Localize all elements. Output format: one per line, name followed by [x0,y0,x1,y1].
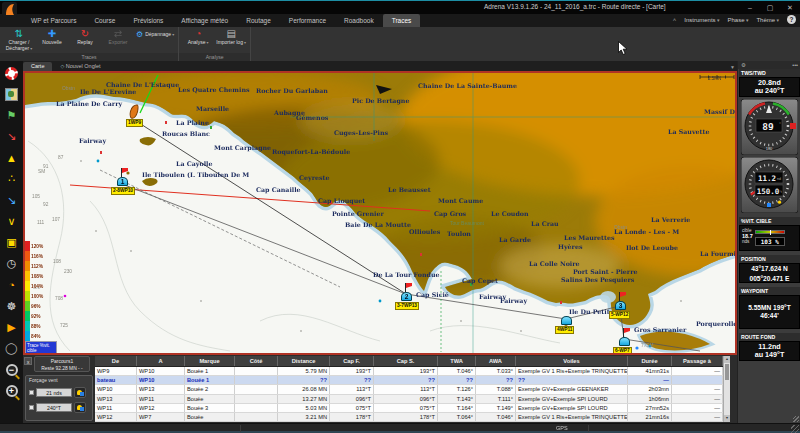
button-label: Analyse [188,40,209,46]
tws-header: TWS/TWD [739,69,800,77]
instruments-menu[interactable]: Instruments [684,17,719,23]
close-button[interactable]: ✕ [782,2,798,13]
close-parcours-icon[interactable]: x [24,357,32,365]
tab-overflow-icon[interactable]: ▼ [730,64,735,70]
gauge-icon[interactable]: ◔ [3,276,21,294]
table-cell: — [672,367,723,375]
table-cell: WP10 [137,367,185,375]
group-label: Traces [0,53,178,61]
column-header-twa[interactable]: TWA [438,356,476,366]
wind-speed-checkbox[interactable] [29,390,34,395]
ribbon-tab-roadbook[interactable]: Roadbook [335,14,383,27]
view-tab-bar: Carte Nouvel Onglet ▼ [23,61,737,71]
wind-dir-options-button[interactable] [74,402,86,413]
table-cell: T.046° [476,413,516,421]
maximize-button[interactable]: ▢ [762,2,778,13]
compass-icon[interactable]: ◷ [3,255,21,273]
target-speed-bar [755,230,785,234]
table-cell: 096°T [374,395,438,403]
window-resize-grip[interactable] [791,425,799,433]
button-label: Exporter [109,40,128,46]
phase-menu[interactable]: Phase [727,17,748,23]
group-label: Analyse [179,53,250,61]
ribbon-tab-routage[interactable]: Routage [237,14,280,27]
importer-log-button[interactable]: ▤Importer log [216,28,246,46]
table-cell [235,395,278,403]
wind-override-title: Forçage vent [29,378,90,383]
minimize-button[interactable]: – [742,2,758,13]
table-row[interactable]: bateauWP10Bouée 1????????????— [95,376,723,385]
position-readout: 43°17.624 N 005°20.471 E [739,263,800,283]
current-arrow-icon[interactable]: ↘ [3,191,21,209]
scroll-down-icon[interactable]: ▼ [724,415,730,422]
panel-resize-grip[interactable] [793,416,799,422]
charger-d-charger-button[interactable]: ⇅Charger / Décharger [4,28,34,51]
tab-new[interactable]: Nouvel Onglet [52,62,108,71]
replay-button[interactable]: ↻Replay [70,28,100,46]
table-scrollbar[interactable]: ▲ ▼ [723,356,730,422]
heading-icon[interactable]: ▶ [3,318,21,336]
wind-dir-checkbox[interactable] [29,405,34,410]
exporter-button[interactable]: ⇄Exporter [103,28,133,46]
laylines-icon[interactable]: ∨ [3,212,21,230]
table-cell: — [672,395,723,403]
analyse-button[interactable]: ◔Analyse [183,28,213,46]
column-header-awa[interactable]: AWA [476,356,516,366]
ribbon-tab-affichage-m-t-o[interactable]: Affichage météo [172,14,237,27]
column-header-cap-s-[interactable]: Cap S. [374,356,438,366]
column-header-marque[interactable]: Marque [185,356,235,366]
zoom-out-icon[interactable]: − [3,361,21,379]
nouvelle-button[interactable]: ✚Nouvelle [37,28,67,46]
table-cell [235,404,278,412]
column-header-a[interactable]: A [137,356,185,366]
table-row[interactable]: WP12WP7Bouée3.21 MN178°T178°TT.064°T.046… [95,413,723,422]
ribbon-tab-wp-et-parcours[interactable]: WP et Parcours [22,14,85,27]
collapse-ribbon-icon[interactable]: ˄ [673,17,677,23]
ribbon-tab-course[interactable]: Course [85,14,124,27]
panel-settings-icon[interactable]: ⚙ [741,61,746,69]
table-cell: WP12 [137,404,185,412]
select-circle-icon[interactable]: ◯ [3,339,21,357]
column-header-passage-[interactable]: Passage à [672,356,723,366]
scroll-thumb[interactable] [725,364,729,380]
theme-menu[interactable]: Thème [756,17,779,23]
column-header-c-t-[interactable]: Côté [235,356,278,366]
notes-icon[interactable]: ▣ [3,234,21,252]
table-row[interactable]: WP10WP13Bouée 226.08 MN113°T113°TT.126°T… [95,385,723,394]
column-header-cap-f-[interactable]: Cap F. [330,356,374,366]
column-header-voiles[interactable]: Voiles [516,356,628,366]
ribbon-tab-pr-visions[interactable]: Prévisions [124,14,172,27]
table-cell: Exemple GV+Exemple SPI LOURD [516,395,628,403]
zoom-in-icon[interactable]: + [3,382,21,400]
tab-carte[interactable]: Carte [23,62,52,71]
buoy-icon[interactable]: ▲ [3,149,21,167]
column-header-dur-e[interactable]: Durée [628,356,672,366]
table-cell: WP11 [95,404,137,412]
bottom-panel: x Parcours1 Reste 92.28 MN - - Forçage v… [23,355,737,423]
mob-icon[interactable] [3,64,21,82]
table-row[interactable]: WP9WP10Bouée 15.79 MN193°T193°TT.046°T.0… [95,367,723,376]
ribbon-tab-traces[interactable]: Traces [383,14,421,27]
d-pannage-button[interactable]: ⚙Dépannage [136,30,174,39]
target-speed-unit: nds [742,239,753,245]
table-cell [235,376,278,384]
gps-status: GPS [556,425,568,431]
chart-select-icon[interactable] [3,85,21,103]
wind-speed-options-button[interactable] [74,387,86,398]
help-icon[interactable]: ? [787,15,796,24]
table-row[interactable]: WP11WP12Bouée 35.03 MN075°T075°TT.164°T.… [95,404,723,413]
wheel-icon[interactable]: ☸ [3,297,21,315]
route-fond-header: ROUTE FOND [739,333,800,341]
column-header-distance[interactable]: Distance [278,356,330,366]
panel-more-icon[interactable]: ••• [792,61,798,69]
route-flag-icon[interactable]: ⚑ [3,106,21,124]
nautical-chart[interactable]: Chaine De L'EstaqueLes Quatre CheminsRoc… [23,71,737,355]
table-row[interactable]: WP13WP11Bouée13.27 MN096°T096°TT.143°T.1… [95,395,723,404]
wind-speed-field[interactable]: 21 nds [36,388,72,397]
scroll-up-icon[interactable]: ▲ [724,356,730,363]
wind-dir-field[interactable]: 240°T [36,403,72,412]
marks-icon[interactable]: ∴ [3,170,21,188]
ribbon-tab-performance[interactable]: Performance [280,14,335,27]
bearing-line-icon[interactable]: ↘ [3,128,21,146]
column-header-de[interactable]: De [95,356,137,366]
